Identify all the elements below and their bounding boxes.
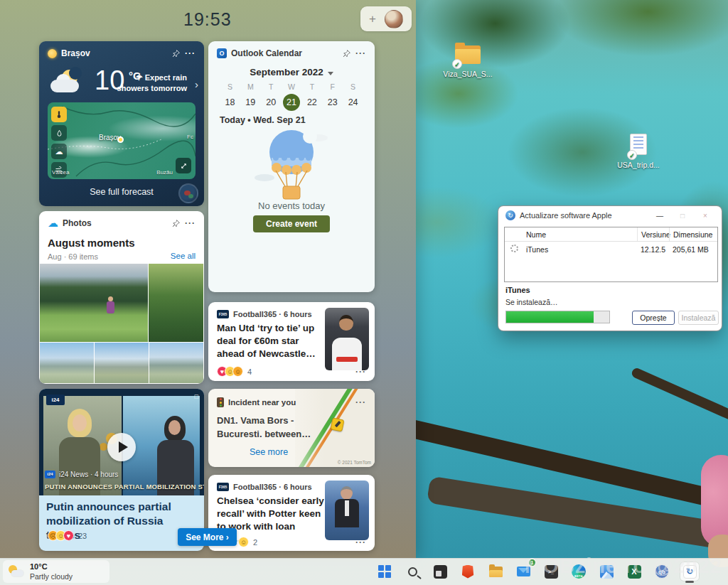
minimize-button[interactable]: — <box>651 212 669 220</box>
desktop-icon-viza-sua[interactable]: ✓ Viza_SUA_S... <box>438 43 498 78</box>
stop-button[interactable]: Oprește <box>632 311 675 325</box>
close-button[interactable]: × <box>696 212 714 220</box>
reactions-row[interactable]: ♥ ☺ ☺ 4 <box>217 366 252 377</box>
taskbar-icons: 1 >_ BETA X qb ↻ <box>375 560 699 583</box>
widgets-profile-pill[interactable]: + <box>360 6 412 31</box>
taskbar-app-dark-square[interactable] <box>431 562 449 581</box>
onedrive-synced-icon: ✓ <box>452 59 462 69</box>
football365-icon: F365 <box>217 483 229 491</box>
install-button[interactable]: Instalează <box>678 311 719 325</box>
pin-icon[interactable] <box>342 49 351 58</box>
start-button[interactable] <box>375 562 394 581</box>
video-player[interactable]: i24 □ i24 i24 News · 4 hours PUTIN ANNOU… <box>39 389 204 495</box>
apple-software-update-window[interactable]: ↻ Actualizare software Apple — □ × Nume … <box>498 205 722 331</box>
pin-icon[interactable] <box>171 219 181 228</box>
reaction-heart-icon: ♥ <box>63 530 74 541</box>
create-event-button[interactable]: Create event <box>253 215 330 232</box>
temperature-layer-button[interactable] <box>51 107 67 122</box>
column-version[interactable]: Versiune <box>637 227 669 241</box>
reaction-face-icon: ☺ <box>232 366 243 377</box>
album-subtitle: Aug · 69 items <box>48 252 98 261</box>
photo-grid <box>40 264 203 383</box>
cloud-layer-button[interactable]: ☁ <box>51 144 67 159</box>
expand-map-button[interactable] <box>176 158 191 173</box>
pin-icon[interactable] <box>171 49 181 58</box>
play-button[interactable] <box>107 433 136 461</box>
document-icon: ✓ <box>624 134 653 158</box>
incident-title: Incident near you <box>228 398 296 407</box>
date-row[interactable]: 18192021222324 <box>220 94 363 111</box>
update-table[interactable]: Nume Versiune Dimensiune iTunes 12.12.5 … <box>504 227 718 282</box>
reactions-row[interactable]: ☺ 2 <box>238 537 257 547</box>
map-label: Fc <box>187 134 193 140</box>
more-icon[interactable]: ··· <box>355 50 366 57</box>
photo-thumbnail[interactable] <box>40 264 148 342</box>
more-icon[interactable]: ··· <box>185 220 196 227</box>
taskbar-weather-widget[interactable]: 10°C Partly cloudy <box>3 560 109 583</box>
installing-item-label: iTunes <box>505 286 530 294</box>
weather-widget[interactable]: Brașov ··· 10 °C ☂Expect rain showers to… <box>39 41 204 206</box>
install-status: Se instalează… <box>505 298 558 306</box>
photo-thumbnail[interactable] <box>149 264 203 342</box>
photos-widget[interactable]: ☁ Photos ··· August moments Aug · 69 ite… <box>39 211 204 384</box>
map-city-dot <box>117 136 124 143</box>
folder-icon: ✓ <box>454 43 482 67</box>
news-thumbnail[interactable] <box>325 308 369 370</box>
photo-thumbnail[interactable] <box>149 343 203 383</box>
traffic-light-icon <box>217 397 224 407</box>
mail-badge: 1 <box>528 558 537 567</box>
avatar[interactable] <box>385 10 403 28</box>
weather-map[interactable]: ☁ Brașov Fc Vâlcea Buzău <box>48 102 196 179</box>
album-title: August moments <box>48 237 135 249</box>
taskbar-terminal-button[interactable]: >_ <box>542 562 560 581</box>
wallpaper-person <box>701 455 728 547</box>
calendar-widget-title: Outlook Calendar <box>231 48 302 58</box>
see-more-link[interactable]: See more <box>208 447 329 457</box>
taskbar-file-explorer-button[interactable] <box>486 562 505 581</box>
taskbar-brave-button[interactable] <box>459 562 477 581</box>
incident-widget[interactable]: Incident near you ··· DN1. Vama Bors - B… <box>208 389 375 467</box>
taskbar-photos-button[interactable] <box>597 562 616 581</box>
more-icon[interactable]: ··· <box>355 399 366 406</box>
outlook-calendar-widget[interactable]: O Outlook Calendar ··· September 2022 SM… <box>208 41 375 292</box>
add-widget-button[interactable]: + <box>369 12 376 26</box>
table-row[interactable]: iTunes 12.12.5 205,61 MB <box>505 242 717 257</box>
precipitation-layer-button[interactable] <box>51 125 67 141</box>
map-label: Buzău <box>156 169 173 176</box>
news-card-i24[interactable]: i24 □ i24 i24 News · 4 hours PUTIN ANNOU… <box>39 389 204 551</box>
see-more-button[interactable]: See More › <box>178 528 237 546</box>
reactions-row[interactable]: ☹ ☺ ♥ 23 <box>48 530 87 541</box>
taskbar-mail-button[interactable]: 1 <box>514 562 532 581</box>
photo-thumbnail[interactable] <box>95 343 149 383</box>
month-selector[interactable]: September 2022 <box>208 67 375 77</box>
news-source: i24 News · 4 hours <box>59 471 118 478</box>
more-icon[interactable]: ··· <box>185 50 196 57</box>
news-headline[interactable]: Man Utd ‘try to tie’ up deal for €60m st… <box>217 322 325 360</box>
restore-window-icon[interactable]: □ <box>195 393 198 400</box>
more-icon[interactable]: ··· <box>355 368 366 375</box>
radar-thumbnail[interactable] <box>178 183 198 203</box>
news-thumbnail[interactable] <box>325 481 369 540</box>
column-size[interactable]: Dimensiune <box>669 227 717 241</box>
taskbar-apple-update-button[interactable]: ↻ <box>680 562 699 581</box>
search-button[interactable] <box>403 562 422 581</box>
see-all-link[interactable]: See all <box>171 252 196 260</box>
photo-thumbnail[interactable] <box>40 343 94 383</box>
no-events-label: No events today <box>208 200 375 211</box>
i24-mini-logo: i24 <box>45 471 55 478</box>
taskbar-qbittorrent-button[interactable]: qb <box>653 562 671 581</box>
column-name[interactable]: Nume <box>505 230 637 239</box>
weather-condition[interactable]: ☂Expect rain showers tomorrow <box>107 73 187 94</box>
table-header[interactable]: Nume Versiune Dimensiune <box>505 227 717 242</box>
more-icon[interactable]: ··· <box>355 539 366 546</box>
maximize-button[interactable]: □ <box>673 212 692 220</box>
onedrive-synced-icon: ✓ <box>627 150 637 160</box>
taskbar-edge-beta-button[interactable]: BETA <box>569 562 588 581</box>
news-card-man-utd[interactable]: F365 Football365 · 6 hours Man Utd ‘try … <box>208 302 375 381</box>
photos-app-icon <box>600 565 614 579</box>
news-source: Football365 · 6 hours <box>233 310 312 318</box>
window-titlebar[interactable]: ↻ Actualizare software Apple — □ × <box>498 206 722 225</box>
outlook-icon: O <box>217 48 227 58</box>
taskbar-excel-button[interactable]: X <box>625 562 643 581</box>
desktop-icon-usa-trip[interactable]: ✓ USA_trip.d... <box>609 134 668 169</box>
